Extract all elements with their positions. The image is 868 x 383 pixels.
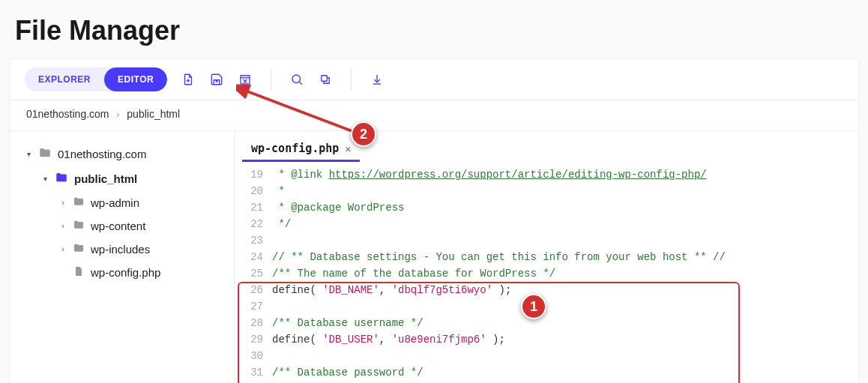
- chevron-down-icon: ▾: [25, 150, 32, 158]
- toolbar-separator: [271, 69, 271, 90]
- folder-icon: [73, 196, 85, 210]
- file-icon: [73, 265, 85, 280]
- chevron-right-icon: ›: [112, 109, 124, 120]
- new-file-icon[interactable]: [181, 72, 196, 87]
- breadcrumb: 01nethosting.com › public_html: [10, 100, 858, 130]
- tree-item-label: wp-admin: [91, 196, 139, 209]
- mode-toggle: EXPLORER EDITOR: [25, 67, 167, 91]
- svg-point-2: [292, 75, 301, 83]
- chevron-right-icon: ›: [59, 245, 67, 253]
- svg-rect-1: [241, 76, 250, 84]
- page-title: File Manager: [0, 0, 868, 58]
- replace-icon[interactable]: [318, 72, 333, 87]
- explorer-tab[interactable]: EXPLORER: [25, 67, 104, 91]
- line-gutter: 1920212223242526272829303132: [235, 166, 272, 383]
- chevron-right-icon: ›: [59, 222, 67, 230]
- toolbar: EXPLORER EDITOR: [10, 59, 858, 100]
- file-tab-label: wp-config.php: [251, 142, 339, 155]
- tree-item-label: wp-includes: [91, 243, 150, 256]
- download-icon[interactable]: [370, 72, 385, 87]
- folder-icon: [38, 146, 52, 162]
- tree-item[interactable]: › wp-admin: [17, 191, 226, 214]
- toolbar-separator: [351, 69, 352, 90]
- svg-rect-3: [322, 76, 328, 82]
- folder-open-icon: [55, 171, 68, 187]
- save-icon[interactable]: [209, 72, 224, 87]
- tree-item[interactable]: › wp-includes: [17, 238, 226, 261]
- breadcrumb-path[interactable]: public_html: [127, 108, 180, 120]
- editor-tab[interactable]: EDITOR: [104, 67, 167, 91]
- chevron-down-icon: ▾: [41, 175, 49, 183]
- breadcrumb-root[interactable]: 01nethosting.com: [26, 108, 109, 120]
- tree-folder-label: public_html: [74, 172, 137, 185]
- folder-icon: [73, 242, 85, 256]
- code-editor[interactable]: 1920212223242526272829303132 * @link htt…: [235, 162, 858, 383]
- file-tab[interactable]: wp-config.php ✕: [242, 137, 360, 162]
- tree-root[interactable]: ▾ 01nethosting.com: [17, 142, 226, 166]
- tree-item[interactable]: › wp-content: [17, 214, 226, 238]
- code-lines[interactable]: * @link https://wordpress.org/support/ar…: [272, 166, 858, 383]
- svg-point-0: [216, 80, 217, 82]
- editor-area: wp-config.php ✕ 192021222324252627282930…: [235, 131, 858, 383]
- tree-item-label: wp-content: [91, 220, 145, 232]
- close-icon[interactable]: ✕: [345, 143, 351, 154]
- tree-folder-public-html[interactable]: ▾ public_html: [17, 166, 226, 191]
- chevron-right-icon: ›: [59, 199, 67, 207]
- folder-icon: [73, 219, 85, 233]
- tree-root-label: 01nethosting.com: [58, 148, 146, 160]
- editor-tabs: wp-config.php ✕: [235, 131, 858, 162]
- tree-file-label: wp-config.php: [91, 266, 160, 279]
- close-file-icon[interactable]: [238, 72, 253, 87]
- file-tree: ▾ 01nethosting.com ▾ public_html › wp-ad…: [10, 131, 235, 383]
- content-area: ▾ 01nethosting.com ▾ public_html › wp-ad…: [10, 130, 858, 383]
- tree-file-wp-config[interactable]: wp-config.php: [17, 261, 226, 284]
- search-icon[interactable]: [289, 72, 304, 87]
- file-manager-panel: EXPLORER EDITOR 01nethosting.com › publi…: [9, 58, 859, 383]
